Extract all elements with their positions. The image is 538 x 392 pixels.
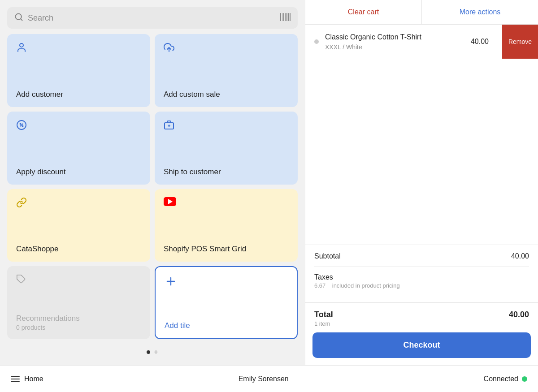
- link-icon: [16, 197, 141, 211]
- tile-add-custom-sale[interactable]: Add custom sale: [155, 34, 298, 107]
- svg-rect-5: [285, 13, 286, 21]
- svg-rect-3: [282, 13, 282, 21]
- svg-point-14: [22, 125, 23, 126]
- item-variant: XXXL / White: [325, 43, 471, 51]
- add-customer-label: Add customer: [16, 90, 141, 99]
- svg-point-9: [20, 43, 23, 47]
- tile-recommendations[interactable]: Recommendations 0 products: [7, 266, 150, 339]
- more-actions-button[interactable]: More actions: [421, 0, 538, 24]
- total-row: Total 1 item 40.00: [305, 302, 538, 332]
- checkout-button[interactable]: Checkout: [312, 332, 531, 358]
- bottom-nav: Home Emily Sorensen Connected: [0, 365, 538, 392]
- subtotal-value: 40.00: [511, 252, 529, 260]
- tile-apply-discount[interactable]: Apply discount: [7, 112, 150, 185]
- svg-line-1: [21, 19, 22, 21]
- search-placeholder: Search: [28, 13, 53, 23]
- tiles-grid: Add customer Add custom sale: [7, 34, 298, 339]
- svg-rect-8: [290, 13, 291, 21]
- clear-cart-button[interactable]: Clear cart: [305, 0, 421, 24]
- svg-rect-7: [288, 13, 289, 21]
- tag-icon: [16, 274, 141, 287]
- taxes-sublabel: 6.67 – included in product pricing: [314, 282, 400, 289]
- youtube-icon: [164, 197, 289, 206]
- tile-shopify-pos[interactable]: Shopify POS Smart Grid: [155, 189, 298, 262]
- right-panel: Clear cart More actions Classic Organic …: [305, 0, 538, 365]
- shopify-pos-label: Shopify POS Smart Grid: [164, 245, 289, 254]
- add-tile-label: Add tile: [165, 321, 288, 330]
- cart-items: Classic Organic Cotton T-Shirt XXXL / Wh…: [305, 25, 538, 245]
- user-name: Emily Sorensen: [239, 375, 289, 383]
- svg-point-13: [20, 123, 21, 124]
- cart-item: Classic Organic Cotton T-Shirt XXXL / Wh…: [305, 25, 538, 59]
- catashoppe-label: CataShoppe: [16, 245, 141, 254]
- home-label: Home: [24, 375, 43, 383]
- summary-divider: [314, 267, 529, 267]
- ship-to-customer-label: Ship to customer: [164, 168, 289, 177]
- total-label: Total: [314, 310, 333, 319]
- left-panel: Search: [0, 0, 305, 365]
- add-page-button[interactable]: +: [154, 348, 158, 356]
- add-custom-sale-label: Add custom sale: [164, 90, 289, 99]
- barcode-icon[interactable]: [280, 13, 291, 23]
- taxes-label: Taxes: [314, 273, 400, 281]
- recommendations-label: Recommendations: [16, 314, 141, 323]
- item-name: Classic Organic Cotton T-Shirt: [325, 33, 471, 42]
- search-icon: [14, 13, 23, 23]
- plus-icon: [165, 275, 288, 290]
- svg-rect-4: [283, 13, 284, 21]
- item-indicator: [314, 39, 319, 44]
- cart-summary: Subtotal 40.00 Taxes 6.67 – included in …: [305, 245, 538, 302]
- hamburger-icon: [11, 376, 20, 382]
- item-details: Classic Organic Cotton T-Shirt XXXL / Wh…: [325, 33, 471, 51]
- status-dot: [522, 376, 527, 382]
- tile-catashoppe[interactable]: CataShoppe: [7, 189, 150, 262]
- discount-icon: [16, 120, 141, 133]
- total-items: 1 item: [314, 320, 333, 327]
- svg-rect-2: [280, 13, 281, 21]
- person-icon: [16, 42, 141, 56]
- remove-item-button[interactable]: Remove: [502, 25, 538, 59]
- apply-discount-label: Apply discount: [16, 168, 141, 177]
- svg-rect-6: [286, 13, 287, 21]
- total-value: 40.00: [509, 310, 529, 319]
- search-bar[interactable]: Search: [7, 7, 298, 29]
- upload-icon: [164, 42, 289, 56]
- tile-add-tile[interactable]: Add tile: [155, 266, 298, 339]
- item-price: 40.00: [471, 38, 489, 46]
- taxes-row: Taxes 6.67 – included in product pricing: [314, 273, 529, 289]
- subtotal-row: Subtotal 40.00: [314, 252, 529, 260]
- home-nav[interactable]: Home: [11, 375, 43, 383]
- page-indicator: +: [7, 345, 298, 358]
- tile-add-customer[interactable]: Add customer: [7, 34, 150, 107]
- action-buttons: Clear cart More actions: [305, 0, 538, 25]
- status-label: Connected: [484, 375, 518, 383]
- tile-ship-to-customer[interactable]: Ship to customer: [155, 112, 298, 185]
- recommendations-sublabel: 0 products: [16, 324, 141, 331]
- ship-icon: [164, 120, 289, 133]
- connection-status: Connected: [484, 375, 527, 383]
- subtotal-label: Subtotal: [314, 252, 341, 260]
- page-dot-active[interactable]: [147, 350, 150, 354]
